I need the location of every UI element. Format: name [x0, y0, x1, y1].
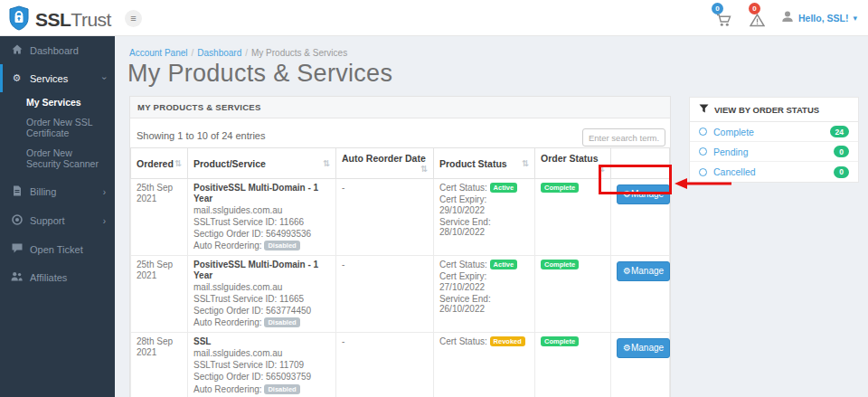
manage-button[interactable]: ⚙Manage [617, 261, 670, 281]
sectigo-order-id: Sectigo Order ID: 564993536 [193, 229, 330, 240]
comment-icon [11, 243, 23, 255]
table-header-row: Ordered⇅ Product/Service⇅ Auto Reorder D… [131, 148, 670, 179]
product-domain: mail.sslguides.com.au [193, 205, 330, 216]
auto-reorder-date-cell: - [336, 179, 434, 256]
cert-expiry: Cert Expiry: 29/10/2022 [439, 194, 529, 215]
hamburger-menu-icon[interactable]: ≡ [125, 10, 142, 27]
product-cell: PositiveSSL Multi-Domain - 1 Year mail.s… [188, 256, 336, 333]
order-status-badge: Complete [541, 336, 579, 346]
chevron-down-icon: › [99, 77, 109, 80]
filter-funnel-icon [699, 104, 709, 115]
cert-status-badge: Revoked [490, 336, 525, 346]
actions-cell: ⚙Manage [611, 179, 670, 256]
circle-icon [699, 128, 707, 136]
service-end: Service End: 28/10/2022 [439, 217, 529, 238]
cert-status: Cert Status: Active [439, 260, 529, 270]
auto-reorder-date-cell: - [336, 333, 434, 397]
sort-icon[interactable]: ⇅ [323, 158, 330, 168]
order-status-cell: Complete [535, 256, 611, 333]
cart-icon [716, 14, 731, 27]
brand-name: SSLTrust [35, 9, 111, 31]
column-header-product-service[interactable]: Product/Service⇅ [188, 148, 336, 179]
home-icon [11, 44, 23, 56]
filter-item-cancelled[interactable]: Cancelled 0 [690, 162, 858, 182]
alerts-button[interactable]: 0 [748, 0, 766, 36]
manage-button[interactable]: ⚙Manage [617, 184, 670, 204]
service-id: SSLTrust Service ID: 11666 [193, 217, 330, 228]
products-table: Ordered⇅ Product/Service⇅ Auto Reorder D… [130, 147, 670, 397]
gear-icon: ⚙ [623, 343, 631, 353]
brand-logo[interactable]: SSLTrust [8, 5, 111, 34]
product-cell: SSL mail.sslguides.com.au SSLTrust Servi… [188, 333, 336, 397]
topbar: SSLTrust ≡ 0 0 [0, 0, 868, 36]
order-status-cell: Complete [535, 333, 611, 397]
breadcrumb-current: My Products & Services [251, 48, 347, 58]
ordered-cell: 28th Sep 2021 [131, 333, 188, 397]
count-badge: 0 [834, 166, 849, 178]
auto-reordering: Auto Reordering: Disabled [193, 384, 330, 395]
sidebar-item-order-new-ssl-certificate[interactable]: Order New SSL Certificate [0, 112, 115, 143]
sort-icon[interactable]: ⇅ [522, 158, 529, 168]
sort-icon[interactable]: ⇅ [598, 164, 605, 174]
ordered-cell: 25th Sep 2021 [131, 256, 188, 333]
chevron-down-icon: ▾ [853, 14, 857, 23]
auto-reordering-badge: Disabled [264, 384, 299, 394]
auto-reorder-date-cell: - [336, 256, 434, 333]
service-id: SSLTrust Service ID: 11665 [193, 294, 330, 305]
user-menu[interactable]: Hello, SSL! ▾ [781, 10, 857, 26]
sectigo-order-id: Sectigo Order ID: 565093759 [193, 372, 330, 383]
order-status-badge: Complete [541, 183, 579, 193]
count-badge: 24 [830, 126, 849, 137]
sort-icon[interactable]: ⇅ [420, 164, 428, 174]
product-domain: mail.sslguides.com.au [193, 348, 330, 359]
count-badge: 0 [834, 146, 849, 157]
search-input[interactable] [582, 128, 665, 147]
life-ring-icon [11, 214, 23, 227]
sidebar-item-support[interactable]: Support › [0, 206, 115, 235]
column-header-order-status[interactable]: Order Status⇅ [535, 148, 611, 179]
sidebar-item-services[interactable]: ⚙ Services › [0, 64, 115, 92]
actions-cell: ⚙Manage [611, 333, 670, 397]
column-header-product-status[interactable]: Product Status⇅ [434, 148, 535, 179]
column-header-auto-reorder-date[interactable]: Auto Reorder Date⇅ [336, 148, 434, 179]
cert-status-badge: Active [490, 260, 518, 269]
chevron-right-icon: › [103, 216, 106, 226]
breadcrumb-account-panel[interactable]: Account Panel [129, 48, 188, 58]
product-status-cell: Cert Status: Active Cert Expiry: 27/10/2… [434, 256, 535, 333]
product-status-cell: Cert Status: Revoked [434, 333, 535, 397]
cert-status: Cert Status: Active [439, 183, 529, 194]
product-name: PositiveSSL Multi-Domain - 1 Year [193, 260, 330, 280]
ordered-cell: 25th Sep 2021 [131, 179, 188, 256]
product-name: SSL [193, 336, 330, 347]
product-domain: mail.sslguides.com.au [193, 282, 330, 293]
sort-icon[interactable]: ⇅ [175, 158, 182, 168]
sidebar-item-my-services[interactable]: My Services [0, 92, 115, 112]
cert-expiry: Cert Expiry: 27/10/2022 [439, 271, 529, 292]
column-header-ordered[interactable]: Ordered⇅ [131, 148, 188, 179]
users-icon [11, 271, 23, 283]
table-row: 25th Sep 2021 PositiveSSL Multi-Domain -… [131, 179, 670, 256]
filter-item-pending[interactable]: Pending 0 [690, 142, 858, 162]
gear-icon: ⚙ [623, 266, 631, 276]
sidebar-item-affiliates[interactable]: Affiliates [0, 263, 115, 291]
cart-button[interactable]: 0 [714, 0, 732, 36]
manage-button[interactable]: ⚙Manage [617, 338, 670, 358]
circle-icon [699, 147, 707, 156]
sectigo-order-id: Sectigo Order ID: 563774450 [193, 306, 330, 317]
sidebar-item-open-ticket[interactable]: Open Ticket [0, 235, 115, 263]
breadcrumb-dashboard[interactable]: Dashboard [197, 48, 241, 58]
breadcrumb: Account Panel/Dashboard/My Products & Se… [129, 48, 347, 58]
page-title: My Products & Services [127, 60, 392, 88]
column-header-actions [611, 148, 670, 179]
actions-cell: ⚙Manage [611, 256, 670, 333]
sidebar-item-order-new-security-scanner[interactable]: Order New Security Scanner [0, 143, 115, 174]
cert-status-badge: Active [490, 183, 518, 193]
showing-entries-text: Showing 1 to 10 of 24 entries [137, 130, 265, 141]
filter-item-complete[interactable]: Complete 24 [690, 122, 858, 142]
sidebar: Dashboard ⚙ Services › My Services Order… [0, 36, 115, 397]
sidebar-item-dashboard[interactable]: Dashboard [0, 36, 115, 64]
table-row: 25th Sep 2021 PositiveSSL Multi-Domain -… [131, 256, 670, 333]
user-icon [781, 10, 794, 26]
sidebar-item-billing[interactable]: Billing › [0, 177, 115, 206]
table-controls: Showing 1 to 10 of 24 entries [130, 118, 670, 147]
